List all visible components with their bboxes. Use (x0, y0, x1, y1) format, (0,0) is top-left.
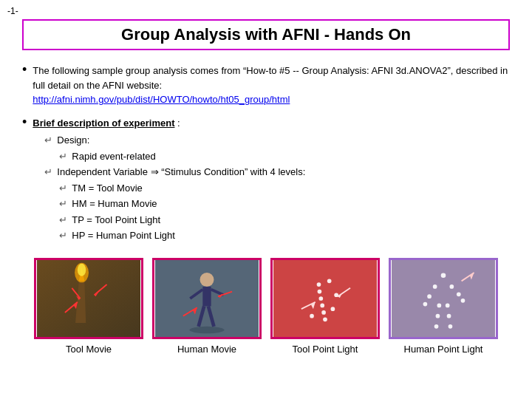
bullet1-text: The following sample group analysis come… (33, 65, 508, 91)
svg-rect-1 (37, 260, 140, 337)
design-label: Design: (57, 133, 89, 148)
level-hm: ↵ HM = Human Movie (59, 197, 305, 211)
label-human-point-light: Human Point Light (404, 344, 483, 355)
svg-point-14 (200, 273, 214, 287)
svg-point-44 (457, 292, 461, 296)
image-card-human-movie: Human Movie (151, 258, 262, 355)
svg-point-41 (433, 284, 437, 289)
sub-item-indepvar: ↵ Independent Variable ⇒ “Stimulus Condi… (44, 165, 305, 180)
scene-svg-human-movie (154, 260, 259, 337)
svg-point-31 (310, 313, 314, 318)
bullet-text-2: Brief description of experiment : ↵ Desi… (33, 116, 305, 245)
level-hm-text: HM = Human Movie (72, 197, 157, 211)
svg-point-43 (427, 294, 432, 299)
svg-point-29 (318, 289, 322, 293)
sub-item-design: ↵ Design: (44, 133, 305, 148)
image-box-tool-movie (34, 258, 143, 339)
page-number: -1- (7, 6, 18, 16)
image-box-human-movie (152, 258, 262, 339)
sub-sub-list-levels: ↵ TM = Tool Movie ↵ HM = Human Movie ↵ T… (59, 181, 305, 243)
bullet-text-1: The following sample group analysis come… (33, 64, 510, 107)
arrow-icon-tp: ↵ (59, 213, 67, 228)
svg-point-30 (317, 282, 321, 287)
level-tp-text: TP = Tool Point Light (72, 213, 160, 228)
indepvar-label: Independent Variable ⇒ “Stimulus Conditi… (57, 165, 305, 180)
svg-point-40 (441, 273, 446, 278)
sub-sub-item-rapid: ↵ Rapid event-related (59, 149, 305, 164)
svg-point-32 (331, 307, 335, 311)
arrow-icon-rapid: ↵ (59, 149, 67, 164)
svg-point-52 (449, 324, 453, 328)
label-tool-point-light: Tool Point Light (293, 344, 358, 355)
svg-point-42 (450, 284, 454, 289)
main-container: Group Analysis with AFNI - Hands On • Th… (0, 0, 532, 366)
svg-point-49 (436, 313, 440, 318)
level-hp: ↵ HP = Human Point Light (59, 228, 305, 243)
images-row: Tool Movie (22, 258, 510, 355)
svg-point-50 (447, 313, 451, 318)
svg-point-25 (323, 317, 327, 321)
sub-list-design: ↵ Design: ↵ Rapid event-related ↵ Indepe… (44, 133, 305, 243)
colon: : (174, 117, 180, 129)
arrow-icon-design: ↵ (44, 133, 52, 148)
image-card-tool-movie: Tool Movie (33, 258, 144, 355)
level-tm-text: TM = Tool Movie (72, 181, 143, 196)
sub-sub-list-rapid: ↵ Rapid event-related (59, 149, 305, 164)
arrow-icon-tm: ↵ (59, 181, 67, 196)
level-tp: ↵ TP = Tool Point Light (59, 213, 305, 228)
svg-point-46 (461, 299, 466, 303)
bullet-dot-1: • (22, 62, 27, 78)
arrow-icon-hm: ↵ (59, 197, 67, 211)
label-human-movie: Human Movie (177, 344, 236, 355)
label-tool-movie: Tool Movie (66, 344, 112, 355)
svg-point-47 (437, 303, 441, 307)
scene-svg-human-point-light (391, 260, 496, 337)
scene-svg-tool-movie (36, 260, 141, 337)
svg-rect-39 (392, 260, 495, 337)
image-box-tool-point-light (270, 258, 380, 339)
svg-point-13 (189, 326, 224, 332)
image-card-human-point-light: Human Point Light (388, 258, 499, 355)
level-tm: ↵ TM = Tool Movie (59, 181, 305, 196)
experiment-label: Brief description of experiment (33, 117, 174, 129)
rapid-text: Rapid event-related (72, 149, 155, 164)
title-box: Group Analysis with AFNI - Hands On (22, 19, 510, 50)
svg-point-27 (320, 303, 324, 307)
bullet-item-1: • The following sample group analysis co… (22, 64, 510, 107)
svg-point-34 (327, 279, 332, 283)
bullet-item-2: • Brief description of experiment : ↵ De… (22, 116, 510, 245)
svg-point-11 (78, 263, 86, 276)
scene-svg-tool-point-light (273, 260, 378, 337)
svg-rect-15 (202, 286, 211, 305)
svg-point-26 (321, 310, 326, 315)
afni-link[interactable]: http://afni.nimh.gov/pub/dist/HOWTO/howt… (33, 94, 290, 105)
image-box-human-point-light (389, 258, 498, 339)
page-title: Group Analysis with AFNI - Hands On (121, 25, 411, 44)
bullet-section-1: • The following sample group analysis co… (22, 64, 510, 107)
level-hp-text: HP = Human Point Light (72, 228, 175, 243)
arrow-icon-hp: ↵ (59, 228, 67, 243)
svg-point-28 (318, 296, 323, 301)
arrow-icon-indepvar: ↵ (44, 165, 52, 180)
svg-point-45 (423, 301, 428, 306)
svg-point-48 (446, 303, 450, 307)
svg-point-51 (434, 324, 439, 328)
svg-rect-24 (273, 260, 377, 337)
image-card-tool-point-light: Tool Point Light (270, 258, 381, 355)
bullet-dot-2: • (22, 115, 27, 130)
bullet-section-2: • Brief description of experiment : ↵ De… (22, 116, 510, 245)
